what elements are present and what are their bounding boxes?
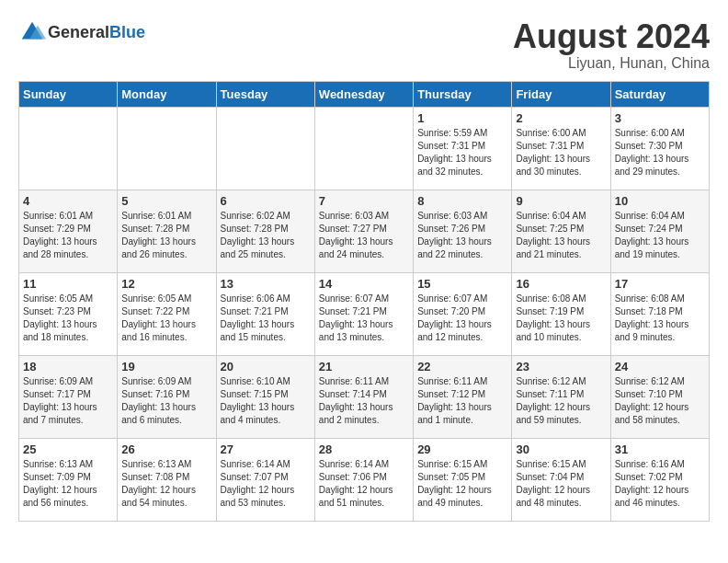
day-of-week-tuesday: Tuesday xyxy=(216,81,314,107)
day-number: 5 xyxy=(121,194,211,208)
day-info: Sunrise: 6:10 AM Sunset: 7:15 PM Dayligh… xyxy=(221,375,311,427)
day-number: 22 xyxy=(417,360,507,373)
day-number: 2 xyxy=(516,111,606,125)
day-info: Sunrise: 6:12 AM Sunset: 7:11 PM Dayligh… xyxy=(516,375,606,427)
logo-text-blue: Blue xyxy=(109,23,145,41)
calendar-cell: 30Sunrise: 6:15 AM Sunset: 7:04 PM Dayli… xyxy=(512,438,610,521)
day-number: 17 xyxy=(615,277,705,291)
day-number: 24 xyxy=(615,360,705,373)
calendar-cell: 5Sunrise: 6:01 AM Sunset: 7:28 PM Daylig… xyxy=(118,190,216,272)
calendar-cell xyxy=(216,107,314,190)
calendar-cell: 13Sunrise: 6:06 AM Sunset: 7:21 PM Dayli… xyxy=(216,272,314,355)
day-info: Sunrise: 6:07 AM Sunset: 7:20 PM Dayligh… xyxy=(417,293,507,344)
calendar-cell xyxy=(118,107,216,190)
day-of-week-friday: Friday xyxy=(512,81,610,107)
day-number: 26 xyxy=(121,442,211,456)
calendar-cell: 3Sunrise: 6:00 AM Sunset: 7:30 PM Daylig… xyxy=(610,107,709,190)
day-number: 29 xyxy=(417,442,507,456)
calendar-cell: 29Sunrise: 6:15 AM Sunset: 7:05 PM Dayli… xyxy=(414,438,512,521)
calendar-cell: 26Sunrise: 6:13 AM Sunset: 7:08 PM Dayli… xyxy=(118,438,216,521)
day-info: Sunrise: 6:11 AM Sunset: 7:12 PM Dayligh… xyxy=(417,375,507,427)
day-info: Sunrise: 6:07 AM Sunset: 7:21 PM Dayligh… xyxy=(319,293,409,344)
day-number: 25 xyxy=(23,442,113,456)
calendar-cell: 16Sunrise: 6:08 AM Sunset: 7:19 PM Dayli… xyxy=(512,272,610,355)
day-number: 20 xyxy=(221,360,311,373)
day-number: 28 xyxy=(319,442,409,456)
calendar-header: SundayMondayTuesdayWednesdayThursdayFrid… xyxy=(19,81,710,107)
calendar-cell: 12Sunrise: 6:05 AM Sunset: 7:22 PM Dayli… xyxy=(118,272,216,355)
day-info: Sunrise: 6:13 AM Sunset: 7:09 PM Dayligh… xyxy=(23,458,113,510)
day-info: Sunrise: 6:14 AM Sunset: 7:07 PM Dayligh… xyxy=(221,458,311,510)
page-header: GeneralBlue August 2024 Liyuan, Hunan, C… xyxy=(18,18,710,72)
day-number: 21 xyxy=(319,360,409,373)
calendar-cell: 18Sunrise: 6:09 AM Sunset: 7:17 PM Dayli… xyxy=(19,355,118,438)
day-number: 18 xyxy=(23,360,113,373)
calendar-cell: 8Sunrise: 6:03 AM Sunset: 7:26 PM Daylig… xyxy=(414,190,512,272)
calendar-week-4: 18Sunrise: 6:09 AM Sunset: 7:17 PM Dayli… xyxy=(19,355,710,438)
day-info: Sunrise: 6:09 AM Sunset: 7:16 PM Dayligh… xyxy=(121,375,211,427)
calendar-cell: 27Sunrise: 6:14 AM Sunset: 7:07 PM Dayli… xyxy=(216,438,314,521)
location-subtitle: Liyuan, Hunan, China xyxy=(513,55,710,72)
day-number: 12 xyxy=(121,277,211,291)
day-number: 9 xyxy=(516,194,606,208)
day-number: 6 xyxy=(221,194,311,208)
calendar-cell: 28Sunrise: 6:14 AM Sunset: 7:06 PM Dayli… xyxy=(314,438,413,521)
calendar-week-3: 11Sunrise: 6:05 AM Sunset: 7:23 PM Dayli… xyxy=(19,272,710,355)
day-number: 30 xyxy=(516,442,606,456)
calendar-cell: 20Sunrise: 6:10 AM Sunset: 7:15 PM Dayli… xyxy=(216,355,314,438)
month-year-title: August 2024 xyxy=(513,18,710,55)
calendar-cell: 10Sunrise: 6:04 AM Sunset: 7:24 PM Dayli… xyxy=(610,190,709,272)
calendar-week-1: 1Sunrise: 5:59 AM Sunset: 7:31 PM Daylig… xyxy=(19,107,710,190)
day-number: 23 xyxy=(516,360,606,373)
day-number: 27 xyxy=(221,442,311,456)
calendar-cell: 15Sunrise: 6:07 AM Sunset: 7:20 PM Dayli… xyxy=(414,272,512,355)
logo-icon xyxy=(18,18,46,46)
day-info: Sunrise: 6:13 AM Sunset: 7:08 PM Dayligh… xyxy=(121,458,211,510)
day-info: Sunrise: 6:09 AM Sunset: 7:17 PM Dayligh… xyxy=(23,375,113,427)
day-number: 14 xyxy=(319,277,409,291)
calendar-cell xyxy=(19,107,118,190)
day-info: Sunrise: 6:03 AM Sunset: 7:26 PM Dayligh… xyxy=(417,210,507,261)
day-number: 19 xyxy=(121,360,211,373)
title-section: August 2024 Liyuan, Hunan, China xyxy=(513,18,710,72)
day-info: Sunrise: 6:00 AM Sunset: 7:30 PM Dayligh… xyxy=(615,127,705,178)
calendar-cell: 14Sunrise: 6:07 AM Sunset: 7:21 PM Dayli… xyxy=(314,272,413,355)
calendar-cell: 25Sunrise: 6:13 AM Sunset: 7:09 PM Dayli… xyxy=(19,438,118,521)
day-number: 11 xyxy=(23,277,113,291)
calendar-week-5: 25Sunrise: 6:13 AM Sunset: 7:09 PM Dayli… xyxy=(19,438,710,521)
day-of-week-thursday: Thursday xyxy=(414,81,512,107)
day-info: Sunrise: 6:15 AM Sunset: 7:04 PM Dayligh… xyxy=(516,458,606,510)
day-info: Sunrise: 6:05 AM Sunset: 7:23 PM Dayligh… xyxy=(23,293,113,344)
calendar-cell: 11Sunrise: 6:05 AM Sunset: 7:23 PM Dayli… xyxy=(19,272,118,355)
calendar-cell: 1Sunrise: 5:59 AM Sunset: 7:31 PM Daylig… xyxy=(414,107,512,190)
calendar-cell xyxy=(314,107,413,190)
day-info: Sunrise: 6:15 AM Sunset: 7:05 PM Dayligh… xyxy=(417,458,507,510)
day-of-week-monday: Monday xyxy=(118,81,216,107)
calendar-cell: 22Sunrise: 6:11 AM Sunset: 7:12 PM Dayli… xyxy=(414,355,512,438)
calendar-body: 1Sunrise: 5:59 AM Sunset: 7:31 PM Daylig… xyxy=(19,107,710,521)
calendar-cell: 6Sunrise: 6:02 AM Sunset: 7:28 PM Daylig… xyxy=(216,190,314,272)
day-info: Sunrise: 6:16 AM Sunset: 7:02 PM Dayligh… xyxy=(615,458,705,510)
calendar-cell: 23Sunrise: 6:12 AM Sunset: 7:11 PM Dayli… xyxy=(512,355,610,438)
day-number: 15 xyxy=(417,277,507,291)
day-number: 7 xyxy=(319,194,409,208)
day-info: Sunrise: 6:12 AM Sunset: 7:10 PM Dayligh… xyxy=(615,375,705,427)
day-number: 8 xyxy=(417,194,507,208)
day-number: 16 xyxy=(516,277,606,291)
day-number: 13 xyxy=(221,277,311,291)
calendar-week-2: 4Sunrise: 6:01 AM Sunset: 7:29 PM Daylig… xyxy=(19,190,710,272)
calendar-cell: 31Sunrise: 6:16 AM Sunset: 7:02 PM Dayli… xyxy=(610,438,709,521)
day-info: Sunrise: 6:14 AM Sunset: 7:06 PM Dayligh… xyxy=(319,458,409,510)
calendar-cell: 9Sunrise: 6:04 AM Sunset: 7:25 PM Daylig… xyxy=(512,190,610,272)
day-info: Sunrise: 6:01 AM Sunset: 7:28 PM Dayligh… xyxy=(121,210,211,261)
calendar-cell: 24Sunrise: 6:12 AM Sunset: 7:10 PM Dayli… xyxy=(610,355,709,438)
calendar-cell: 17Sunrise: 6:08 AM Sunset: 7:18 PM Dayli… xyxy=(610,272,709,355)
day-info: Sunrise: 6:01 AM Sunset: 7:29 PM Dayligh… xyxy=(23,210,113,261)
logo-text-general: General xyxy=(48,23,109,41)
day-info: Sunrise: 6:03 AM Sunset: 7:27 PM Dayligh… xyxy=(319,210,409,261)
day-info: Sunrise: 6:11 AM Sunset: 7:14 PM Dayligh… xyxy=(319,375,409,427)
day-info: Sunrise: 6:08 AM Sunset: 7:19 PM Dayligh… xyxy=(516,293,606,344)
day-info: Sunrise: 6:02 AM Sunset: 7:28 PM Dayligh… xyxy=(221,210,311,261)
calendar-cell: 19Sunrise: 6:09 AM Sunset: 7:16 PM Dayli… xyxy=(118,355,216,438)
day-info: Sunrise: 6:00 AM Sunset: 7:31 PM Dayligh… xyxy=(516,127,606,178)
